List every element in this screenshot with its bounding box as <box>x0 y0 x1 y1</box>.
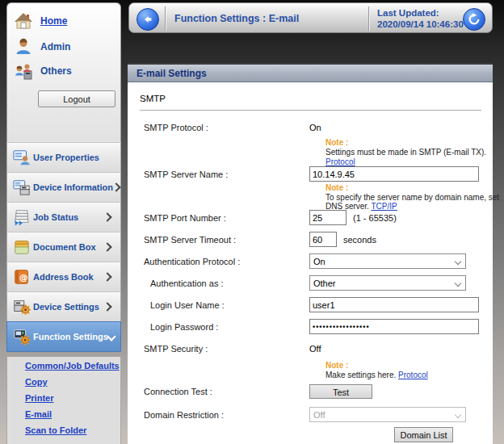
domain-restriction-row: Domain Restriction : Off <box>144 407 481 422</box>
smtp-port-input[interactable] <box>309 210 346 225</box>
top-header-bar: Function Settings : E-mail Last Updated:… <box>128 2 493 33</box>
smtp-server-name-note: Note : To specify the server name by dom… <box>326 183 504 212</box>
divider <box>140 110 481 111</box>
login-user-row: Login User Name : <box>144 297 481 312</box>
user-properties-icon <box>13 149 31 166</box>
smtp-protocol-note: Note : Settings must be made in SMTP (E-… <box>326 138 504 167</box>
divider <box>368 6 369 31</box>
sidebar-menu: User Properties Device Information <box>6 143 121 352</box>
sidebar-item-home[interactable]: Home <box>14 11 67 31</box>
home-icon <box>14 11 33 31</box>
sidebar-item-job-status[interactable]: Job Status <box>6 202 121 232</box>
smtp-security-row: SMTP Security : Off <box>144 344 481 354</box>
svg-text:@: @ <box>19 272 28 283</box>
divider <box>165 6 166 31</box>
sidebar: Home Admin Others Logout <box>6 0 121 444</box>
panel-title: E-mail Settings <box>128 65 493 82</box>
smtp-protocol-row: SMTP Protocol : On <box>144 123 481 132</box>
test-button[interactable]: Test <box>309 384 372 399</box>
back-arrow-icon <box>141 13 154 26</box>
chevron-right-icon <box>103 212 111 221</box>
login-password-input[interactable] <box>309 319 479 334</box>
select-chevron-icon <box>455 411 461 417</box>
smtp-protocol-value: On <box>309 123 321 132</box>
sidebar-item-device-information[interactable]: Device Information <box>6 172 121 203</box>
sidebar-item-function-settings[interactable]: Function Settings <box>6 321 121 352</box>
select-chevron-icon <box>455 279 461 286</box>
admin-label: Admin <box>40 41 70 52</box>
last-updated: Last Updated: 2020/09/14 10:46:30 <box>377 7 464 30</box>
sidebar-item-others[interactable]: Others <box>14 61 72 81</box>
smtp-security-note: Note : Make settings here. Protocol <box>326 361 504 379</box>
smtp-security-value: Off <box>309 344 321 354</box>
last-updated-value: 2020/09/14 10:46:30 <box>377 19 464 30</box>
submenu-copy[interactable]: Copy <box>25 377 120 387</box>
sidebar-item-user-properties[interactable]: User Properties <box>6 142 121 173</box>
last-updated-label: Last Updated: <box>377 7 464 19</box>
refresh-icon <box>468 13 481 26</box>
submenu-printer[interactable]: Printer <box>25 393 120 403</box>
function-settings-icon <box>13 328 31 346</box>
chevron-right-icon <box>103 272 111 281</box>
others-users-icon <box>14 61 33 81</box>
domain-list-button[interactable]: Domain List <box>394 427 453 442</box>
chevron-right-icon <box>103 302 111 311</box>
smtp-timeout-unit: seconds <box>343 235 376 245</box>
email-settings-panel: E-mail Settings SMTP SMTP Protocol : On … <box>128 63 493 444</box>
address-book-icon: @ <box>13 268 31 286</box>
logout-button[interactable]: Logout <box>38 90 116 107</box>
account-panel: Home Admin Others Logout <box>6 2 121 143</box>
connection-test-row: Connection Test : Test <box>144 384 481 399</box>
sidebar-item-admin[interactable]: Admin <box>14 37 70 57</box>
admin-user-icon <box>14 37 33 57</box>
auth-protocol-row: Authentication Protocol : On <box>144 253 481 269</box>
login-password-row: Login Password : <box>144 319 481 334</box>
chevron-right-icon <box>103 242 111 251</box>
auth-as-row: Authentication as : Other <box>144 275 481 291</box>
auth-protocol-select[interactable]: On <box>309 253 466 269</box>
others-label: Others <box>40 65 72 77</box>
smtp-server-name-row: SMTP Server Name : <box>144 166 481 182</box>
smtp-port-row: SMTP Port Number : (1 - 65535) <box>144 210 481 225</box>
smtp-timeout-row: SMTP Server Timeout : seconds <box>144 232 481 247</box>
submenu-email[interactable]: E-mail <box>25 409 120 419</box>
sidebar-item-document-box[interactable]: Document Box <box>6 232 121 262</box>
domain-restriction-select: Off <box>309 407 466 422</box>
smtp-timeout-input[interactable] <box>309 232 337 247</box>
device-information-icon <box>13 178 31 196</box>
smtp-server-name-input[interactable] <box>309 166 479 182</box>
submenu-scan-to-folder[interactable]: Scan to Folder <box>25 425 120 435</box>
device-settings-icon <box>13 298 31 316</box>
auth-as-select[interactable]: Other <box>309 275 466 291</box>
back-button[interactable] <box>136 8 159 31</box>
function-settings-submenu: Common/Job Defaults Copy Printer E-mail … <box>6 357 121 444</box>
document-box-icon <box>13 238 31 256</box>
home-link[interactable]: Home <box>40 15 67 27</box>
chevron-right-icon <box>111 182 120 191</box>
page-title: Function Settings : E-mail <box>174 3 299 34</box>
sidebar-item-address-book[interactable]: @ Address Book <box>6 262 121 292</box>
protocol-link[interactable]: Protocol <box>398 371 428 379</box>
smtp-form: SMTP SMTP Protocol : On Note : Settings … <box>128 82 493 444</box>
refresh-button[interactable] <box>463 8 485 31</box>
section-title-smtp: SMTP <box>140 94 166 103</box>
job-status-icon <box>13 208 31 226</box>
smtp-port-range: (1 - 65535) <box>353 213 397 223</box>
chevron-down-icon <box>107 332 116 341</box>
login-user-name-input[interactable] <box>309 297 479 312</box>
submenu-common-job-defaults[interactable]: Common/Job Defaults <box>25 361 120 371</box>
select-chevron-icon <box>455 258 461 264</box>
protocol-link[interactable]: Protocol <box>326 157 504 167</box>
sidebar-item-device-settings[interactable]: Device Settings <box>6 291 121 322</box>
